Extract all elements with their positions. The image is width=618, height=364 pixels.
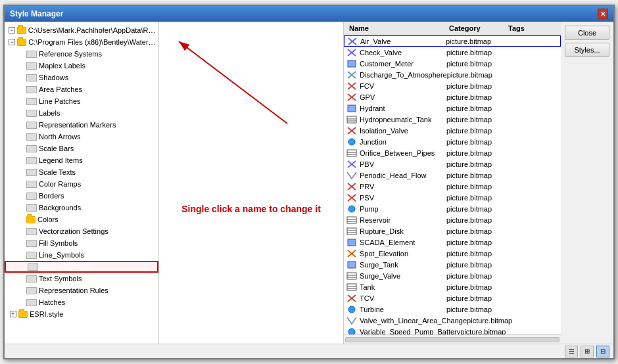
tree-item-root2[interactable]: −C:\Program Files (x86)\Bentley\WaterGEM… — [5, 36, 158, 48]
expand-icon[interactable]: − — [9, 27, 15, 34]
list-item[interactable]: Isolation_Valve picture.bitmap — [344, 125, 561, 136]
list-item[interactable]: Pump picture.bitmap — [344, 203, 561, 214]
list-item[interactable]: Spot_Elevation picture.bitmap — [344, 248, 561, 259]
col-header-name: Name — [346, 23, 446, 34]
detail-view-icon[interactable]: ⊞ — [581, 346, 594, 357]
list-item[interactable]: Reservoir picture.bitmap — [344, 214, 561, 225]
tree-item-hatches[interactable]: Hatches — [5, 296, 158, 308]
item-category: picture.bitmap — [460, 328, 512, 335]
folder-icon — [17, 39, 26, 46]
tree-item-colors[interactable]: Colors — [5, 214, 158, 225]
list-item[interactable]: Variable_Speed_Pump_Battery picture.bitm… — [344, 326, 561, 334]
list-item[interactable]: Rupture_Disk picture.bitmap — [344, 225, 561, 237]
bottom-bar: ☰ ⊞ ⊟ — [5, 344, 613, 358]
item-category: picture.bitmap — [446, 194, 506, 202]
tree-item-labels[interactable]: Labels — [5, 107, 158, 119]
tree-item-backgrounds[interactable]: Backgrounds — [5, 202, 158, 214]
tree-item-fill_symbols[interactable]: Fill Symbols — [5, 237, 158, 249]
tree-item-esri_style[interactable]: +ESRI.style — [5, 308, 158, 320]
item-name: Customer_Meter — [360, 60, 446, 68]
tree-item-north_arrows[interactable]: North Arrows — [5, 131, 158, 143]
item-icon — [26, 204, 37, 212]
item-name: Periodic_Head_Flow — [360, 171, 446, 179]
item-category: picture.bitmap — [446, 294, 506, 302]
styles-button[interactable]: Styles... — [565, 43, 609, 57]
list-item[interactable]: Check_Valve picture.bitmap — [344, 47, 561, 58]
list-item[interactable]: Tank picture.bitmap — [344, 281, 561, 292]
tree-item-line_symbols[interactable]: Line_Symbols — [5, 249, 158, 261]
list-item[interactable]: Turbine picture.bitmap — [344, 304, 561, 315]
tree-item-rep_rules[interactable]: Representation Rules — [5, 284, 158, 296]
tree-label: Color Ramps — [39, 180, 81, 188]
item-symbol — [346, 137, 357, 147]
item-symbol — [346, 104, 357, 113]
tree-item-text_symbols[interactable]: Text Symbols — [5, 273, 158, 284]
item-category: picture.bitmap — [446, 306, 506, 313]
item-symbol — [346, 193, 357, 202]
list-item[interactable]: PRV picture.bitmap — [344, 181, 561, 192]
list-item[interactable]: Surge_Valve picture.bitmap — [344, 270, 561, 281]
tree-item-ref[interactable]: Reference Systems — [5, 48, 158, 60]
tree-label: Backgrounds — [39, 204, 81, 212]
list-item[interactable]: Surge_Tank picture.bitmap — [344, 259, 561, 270]
tree-item-rep_markers[interactable]: Representation Markers — [5, 119, 158, 131]
annotation-arrow: Single click a name to change it — [181, 151, 321, 214]
title-bar: Style Manager ✕ — [5, 6, 613, 22]
item-name: PRV — [360, 183, 446, 191]
list-item[interactable]: Air_Valve picture.bitmap — [344, 35, 561, 47]
tree-label: Legend Items — [39, 156, 83, 164]
item-icon — [26, 145, 37, 152]
item-icon — [26, 122, 37, 129]
svg-point-29 — [348, 206, 355, 212]
tree-item-maplex[interactable]: Maplex Labels — [5, 60, 158, 72]
list-item[interactable]: FCV picture.bitmap — [344, 80, 561, 91]
tree-item-line_patches[interactable]: Line Patches — [5, 95, 158, 107]
scroll-track[interactable] — [345, 337, 559, 342]
tree-item-color_ramps[interactable]: Color Ramps — [5, 178, 158, 190]
list-view-icon[interactable]: ☰ — [565, 346, 578, 357]
window-close-button[interactable]: ✕ — [598, 9, 608, 19]
item-symbol — [346, 148, 357, 158]
item-symbol — [346, 48, 357, 57]
list-item[interactable]: TCV picture.bitmap — [344, 292, 561, 304]
tree-label: Representation Markers — [39, 121, 116, 129]
list-item[interactable]: SCADA_Element picture.bitmap — [344, 237, 561, 248]
item-name: PSV — [360, 194, 446, 202]
tree-item-root1[interactable]: −C:\Users\Mark.Pachlhofer\AppData\Roamin… — [5, 24, 158, 36]
list-item[interactable]: Periodic_Head_Flow picture.bitmap — [344, 170, 561, 181]
tree-item-scale_texts[interactable]: Scale Texts — [5, 166, 158, 178]
list-item[interactable]: Orifice_Between_Pipes picture.bitmap — [344, 147, 561, 158]
list-item[interactable]: PBV picture.bitmap — [344, 158, 561, 170]
item-symbol — [346, 171, 357, 180]
close-button[interactable]: Close — [565, 26, 609, 40]
list-item[interactable]: Customer_Meter picture.bitmap — [344, 58, 561, 69]
list-item[interactable]: Hydrant picture.bitmap — [344, 102, 561, 114]
tree-item-scale_bars[interactable]: Scale Bars — [5, 143, 158, 154]
item-category: picture.bitmap — [446, 49, 506, 57]
item-symbol — [346, 115, 357, 124]
list-item[interactable]: Valve_with_Linear_Area_Change picture.bi… — [344, 315, 561, 326]
item-symbol — [346, 204, 357, 214]
list-item[interactable]: Junction picture.bitmap — [344, 136, 561, 147]
item-symbol — [346, 305, 357, 314]
item-category: picture.bitmap — [446, 37, 505, 45]
horizontal-scrollbar[interactable] — [344, 334, 561, 344]
list-item[interactable]: Discharge_To_Atmosphere picture.bitmap — [344, 69, 561, 80]
tree-item-vectorization[interactable]: Vectorization Settings — [5, 225, 158, 237]
tree-item-borders[interactable]: Borders — [5, 190, 158, 202]
tree-item-legend_items[interactable]: Legend Items — [5, 154, 158, 166]
list-item[interactable]: PSV picture.bitmap — [344, 192, 561, 203]
tree-item-marker_symbols[interactable]: Marker Symbols — [5, 261, 158, 273]
expand-icon[interactable]: − — [9, 39, 15, 45]
item-category: picture.bitmap — [446, 116, 506, 124]
tree-item-shadows[interactable]: Shadows — [5, 72, 158, 83]
tree-item-area_patches[interactable]: Area Patches — [5, 83, 158, 95]
item-category: picture.bitmap — [446, 171, 506, 179]
large-view-icon[interactable]: ⊟ — [596, 346, 609, 357]
item-symbol — [346, 260, 357, 269]
list-item[interactable]: GPV picture.bitmap — [344, 91, 561, 102]
item-symbol — [346, 70, 357, 80]
expand-icon[interactable]: + — [10, 311, 16, 317]
list-item[interactable]: Hydropneumatic_Tank picture.bitmap — [344, 114, 561, 125]
tree-label: Area Patches — [39, 85, 82, 93]
